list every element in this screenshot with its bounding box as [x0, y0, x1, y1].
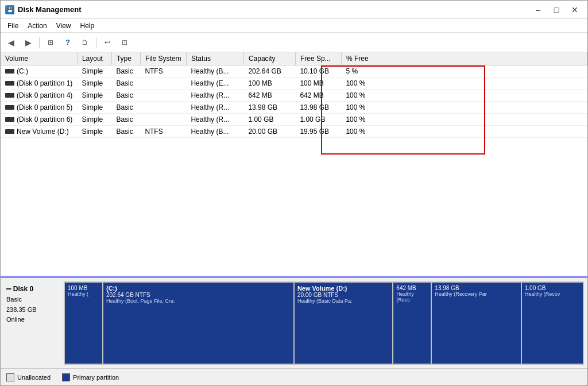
cell-volume: (Disk 0 partition 1): [1, 78, 77, 90]
cell-empty: [376, 65, 587, 78]
cell-status: Healthy (B...: [186, 126, 243, 138]
cell-volume: New Volume (D:): [1, 126, 77, 138]
cell-filesystem: [140, 102, 186, 114]
help-button[interactable]: ?: [60, 35, 76, 50]
cell-empty: [376, 126, 587, 138]
cell-freespace: 642 MB: [295, 90, 341, 102]
col-header-capacity[interactable]: Capacity: [243, 52, 295, 65]
cell-status: Healthy (B...: [186, 65, 243, 78]
cell-volume: (Disk 0 partition 6): [1, 114, 77, 126]
properties-button[interactable]: ⊞: [42, 35, 59, 50]
toolbar-separator-2: [96, 37, 96, 48]
cell-freespace: 1.00 GB: [295, 114, 341, 126]
cell-percentfree: 5 %: [341, 65, 376, 78]
disk-management-window: 💾 Disk Management – □ ✕ File Action View…: [0, 0, 588, 386]
cell-status: Healthy (R...: [186, 90, 243, 102]
partition-d-name: New Volume (D:): [297, 285, 389, 292]
close-button[interactable]: ✕: [567, 4, 583, 16]
menu-action[interactable]: Action: [23, 21, 51, 31]
partition-recovery3-status: Healthy (Recov: [525, 291, 580, 297]
cell-type: Basic: [111, 90, 140, 102]
partition-c[interactable]: (C:) 202.64 GB NTFS Healthy (Boot, Page …: [103, 283, 293, 364]
minimize-button[interactable]: –: [530, 4, 546, 16]
window-title: Disk Management: [18, 5, 82, 14]
col-header-volume[interactable]: Volume: [1, 52, 77, 65]
undo-button[interactable]: ↩: [99, 35, 115, 50]
partition-c-status: Healthy (Boot, Page File, Cra:: [106, 298, 291, 304]
legend-primary: Primary partition: [62, 373, 119, 381]
col-header-layout[interactable]: Layout: [77, 52, 111, 65]
cell-percentfree: 100 %: [341, 102, 376, 114]
cell-empty: [376, 114, 587, 126]
partition-d-size: 20.00 GB NTFS: [297, 292, 389, 298]
cell-capacity: 20.00 GB: [243, 126, 295, 138]
col-header-status[interactable]: Status: [186, 52, 243, 65]
forward-button[interactable]: ▶: [20, 35, 36, 50]
cell-layout: Simple: [77, 126, 111, 138]
cell-volume: (Disk 0 partition 4): [1, 90, 77, 102]
partition-efi-status: Healthy (: [68, 291, 99, 297]
table-header-row: Volume Layout Type File System Status Ca…: [1, 52, 587, 65]
view-button[interactable]: ⊡: [117, 35, 133, 50]
col-header-percentfree[interactable]: % Free: [341, 52, 376, 65]
cell-status: Healthy (R...: [186, 102, 243, 114]
title-bar: 💾 Disk Management – □ ✕: [1, 1, 587, 19]
legend-unallocated: Unallocated: [6, 373, 51, 381]
maximize-button[interactable]: □: [548, 4, 564, 16]
partition-efi[interactable]: 100 MB Healthy (: [65, 283, 102, 364]
partition-recovery3-size: 1.00 GB: [525, 285, 580, 291]
cell-status: Healthy (E...: [186, 78, 243, 90]
table-row[interactable]: (Disk 0 partition 6)SimpleBasicHealthy (…: [1, 114, 587, 126]
partition-recovery2-size: 13.98 GB: [435, 285, 517, 291]
partition-recovery2[interactable]: 13.98 GB Healthy (Recovery Par: [432, 283, 520, 364]
partition-c-name: (C:): [106, 285, 291, 292]
cell-empty: [376, 102, 587, 114]
partition-recovery2-status: Healthy (Recovery Par: [435, 291, 517, 297]
cell-freespace: 10.10 GB: [295, 65, 341, 78]
cell-filesystem: NTFS: [140, 65, 186, 78]
main-content: Volume Layout Type File System Status Ca…: [1, 52, 587, 385]
settings-button[interactable]: 🗋: [77, 35, 93, 50]
title-bar-left: 💾 Disk Management: [5, 5, 82, 14]
cell-filesystem: NTFS: [140, 126, 186, 138]
cell-layout: Simple: [77, 102, 111, 114]
table-row[interactable]: (Disk 0 partition 4)SimpleBasicHealthy (…: [1, 90, 587, 102]
partition-efi-size: 100 MB: [68, 285, 99, 291]
table-row[interactable]: (Disk 0 partition 1)SimpleBasicHealthy (…: [1, 78, 587, 90]
cell-capacity: 642 MB: [243, 90, 295, 102]
cell-capacity: 100 MB: [243, 78, 295, 90]
table-section: Volume Layout Type File System Status Ca…: [1, 52, 587, 276]
menu-help[interactable]: Help: [76, 21, 99, 31]
legend-unallocated-box: [6, 373, 14, 381]
disk-panel: ═ Disk 0 Basic 238.35 GB Online 100 MB H…: [1, 278, 587, 368]
disk-type: Basic: [6, 295, 59, 305]
menu-bar: File Action View Help: [1, 19, 587, 33]
legend-bar: Unallocated Primary partition: [1, 368, 587, 385]
legend-unallocated-label: Unallocated: [17, 374, 51, 381]
col-header-filesystem[interactable]: File System: [140, 52, 186, 65]
partition-recovery3[interactable]: 1.00 GB Healthy (Recov: [522, 283, 583, 364]
disk-status: Online: [6, 315, 59, 325]
cell-type: Basic: [111, 65, 140, 78]
title-controls: – □ ✕: [530, 4, 583, 16]
table-row[interactable]: New Volume (D:)SimpleBasicNTFSHealthy (B…: [1, 126, 587, 138]
cell-status: Healthy (R...: [186, 114, 243, 126]
menu-file[interactable]: File: [3, 21, 23, 31]
cell-percentfree: 100 %: [341, 114, 376, 126]
col-header-freespace[interactable]: Free Sp...: [295, 52, 341, 65]
cell-filesystem: [140, 78, 186, 90]
table-body: (C:)SimpleBasicNTFSHealthy (B...202.64 G…: [1, 65, 587, 138]
table-row[interactable]: (C:)SimpleBasicNTFSHealthy (B...202.64 G…: [1, 65, 587, 78]
partition-d[interactable]: New Volume (D:) 20.00 GB NTFS Healthy (B…: [295, 283, 392, 364]
partition-c-size: 202.64 GB NTFS: [106, 292, 291, 298]
cell-percentfree: 100 %: [341, 126, 376, 138]
cell-filesystem: [140, 114, 186, 126]
back-button[interactable]: ◀: [3, 35, 19, 50]
table-row[interactable]: (Disk 0 partition 5)SimpleBasicHealthy (…: [1, 102, 587, 114]
partition-recovery1[interactable]: 642 MB Healthy (Recc: [393, 283, 431, 364]
col-header-type[interactable]: Type: [111, 52, 140, 65]
menu-view[interactable]: View: [52, 21, 76, 31]
cell-type: Basic: [111, 102, 140, 114]
cell-filesystem: [140, 90, 186, 102]
disk-partitions: 100 MB Healthy ( (C:) 202.64 GB NTFS Hea…: [64, 281, 584, 365]
